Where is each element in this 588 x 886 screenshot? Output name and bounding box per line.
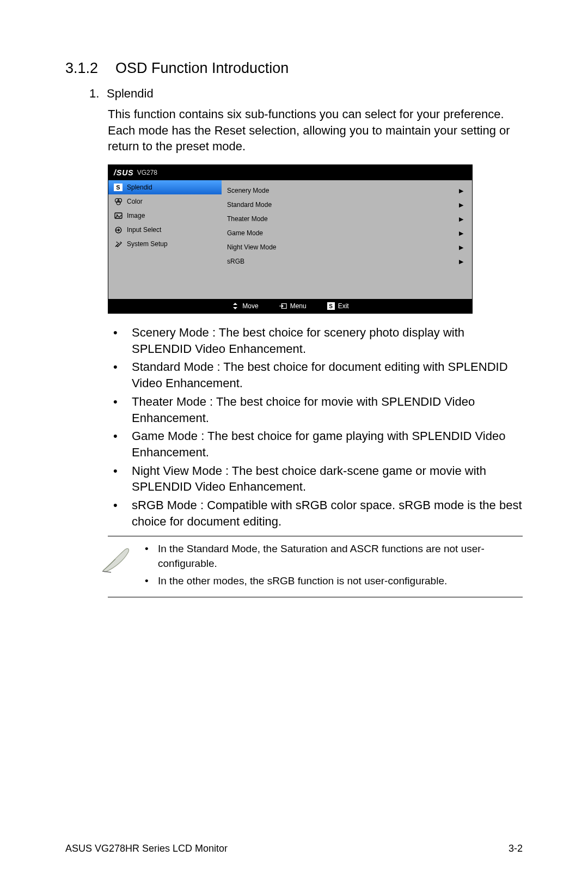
footer-left: ASUS VG278HR Series LCD Monitor [65, 843, 228, 854]
osd-menu-label: System Setup [127, 240, 168, 248]
s-icon: S [327, 302, 335, 310]
note-text: In the other modes, the sRGB function is… [158, 574, 523, 588]
mode-bullet-list: •Scenery Mode : The best choice for scen… [108, 325, 523, 529]
osd-option-scenery[interactable]: Scenery Mode▶ [225, 184, 465, 198]
note-item: •In the Standard Mode, the Saturation an… [142, 542, 523, 570]
chevron-right-icon: ▶ [459, 187, 463, 194]
osd-option-label: sRGB [227, 258, 244, 265]
osd-option-label: Theater Mode [227, 215, 268, 223]
osd-option-game[interactable]: Game Mode▶ [225, 226, 465, 240]
input-icon [114, 226, 122, 234]
osd-model: VG278 [137, 169, 157, 176]
osd-menu-label: Color [127, 198, 143, 205]
divider [108, 536, 523, 536]
osd-option-night-view[interactable]: Night View Mode▶ [225, 240, 465, 254]
osd-option-label: Standard Mode [227, 201, 272, 209]
bullet-icon: • [108, 428, 132, 460]
osd-option-theater[interactable]: Theater Mode▶ [225, 212, 465, 226]
osd-screenshot: /SUS VG278 S Splendid Color [108, 164, 473, 314]
item-heading: 1.Splendid [89, 87, 523, 101]
chevron-right-icon: ▶ [459, 244, 463, 251]
bullet-icon: • [142, 542, 158, 570]
osd-footer-exit-label: Exit [338, 302, 349, 310]
bullet-icon: • [108, 359, 132, 391]
bullet-icon: • [108, 394, 132, 426]
list-item: •Night View Mode : The best choice dark-… [108, 463, 523, 495]
osd-option-label: Scenery Mode [227, 187, 269, 194]
updown-icon [231, 302, 239, 310]
osd-footer-menu: Menu [279, 302, 307, 310]
chevron-right-icon: ▶ [459, 216, 463, 223]
list-item: •Scenery Mode : The best choice for scen… [108, 325, 523, 357]
divider [108, 597, 523, 597]
note-item: •In the other modes, the sRGB function i… [142, 574, 523, 588]
section-heading: 3.1.2OSD Function Introduction [65, 60, 523, 77]
osd-menu-color[interactable]: Color [108, 194, 222, 209]
section-title: OSD Function Introduction [115, 60, 289, 76]
osd-menu-input-select[interactable]: Input Select [108, 223, 222, 237]
item-title: Splendid [107, 87, 154, 100]
color-icon [114, 198, 122, 205]
s-icon: S [114, 184, 122, 191]
osd-footer: Move Menu SExit [108, 299, 472, 313]
bullet-text: Scenery Mode : The best choice for scene… [132, 325, 523, 357]
bullet-icon: • [108, 497, 132, 529]
osd-option-srgb[interactable]: sRGB▶ [225, 254, 465, 268]
osd-option-label: Night View Mode [227, 243, 277, 251]
page-number: 3-2 [509, 843, 523, 854]
bullet-text: Theater Mode : The best choice for movie… [132, 394, 523, 426]
osd-menu-label: Splendid [127, 184, 152, 191]
osd-right-panel: Scenery Mode▶ Standard Mode▶ Theater Mod… [222, 180, 472, 299]
page-footer: ASUS VG278HR Series LCD Monitor 3-2 [65, 843, 523, 854]
chevron-right-icon: ▶ [459, 230, 463, 237]
osd-footer-move-label: Move [242, 302, 258, 310]
osd-footer-exit: SExit [327, 302, 349, 310]
pen-note-icon [99, 544, 134, 575]
osd-header: /SUS VG278 [108, 165, 472, 180]
bullet-text: sRGB Mode : Compatible with sRGB color s… [132, 497, 523, 529]
section-number: 3.1.2 [65, 60, 115, 77]
osd-left-panel: S Splendid Color Image [108, 180, 222, 299]
bullet-text: Game Mode : The best choice for game pla… [132, 428, 523, 460]
list-item: •Standard Mode : The best choice for doc… [108, 359, 523, 391]
osd-footer-menu-label: Menu [290, 302, 307, 310]
osd-option-standard[interactable]: Standard Mode▶ [225, 198, 465, 212]
chevron-right-icon: ▶ [459, 201, 463, 209]
osd-menu-splendid[interactable]: S Splendid [108, 180, 222, 194]
osd-option-label: Game Mode [227, 229, 263, 237]
osd-menu-label: Input Select [127, 226, 161, 234]
bullet-text: Night View Mode : The best choice dark-s… [132, 463, 523, 495]
osd-menu-system-setup[interactable]: System Setup [108, 237, 222, 251]
bullet-icon: • [142, 574, 158, 588]
item-description: This function contains six sub-functions… [108, 106, 523, 155]
list-item: •sRGB Mode : Compatible with sRGB color … [108, 497, 523, 529]
note-text: In the Standard Mode, the Saturation and… [158, 542, 523, 570]
menu-icon [279, 302, 287, 310]
bullet-icon: • [108, 463, 132, 495]
list-item: •Game Mode : The best choice for game pl… [108, 428, 523, 460]
chevron-right-icon: ▶ [459, 258, 463, 265]
image-icon [114, 212, 122, 219]
osd-menu-label: Image [127, 212, 145, 219]
list-item: •Theater Mode : The best choice for movi… [108, 394, 523, 426]
tools-icon [114, 240, 122, 248]
osd-footer-move: Move [231, 302, 258, 310]
item-number: 1. [89, 87, 107, 101]
asus-logo: /SUS [114, 168, 134, 177]
bullet-text: Standard Mode : The best choice for docu… [132, 359, 523, 391]
osd-menu-image[interactable]: Image [108, 209, 222, 223]
bullet-icon: • [108, 325, 132, 357]
note-block: •In the Standard Mode, the Saturation an… [71, 542, 523, 591]
